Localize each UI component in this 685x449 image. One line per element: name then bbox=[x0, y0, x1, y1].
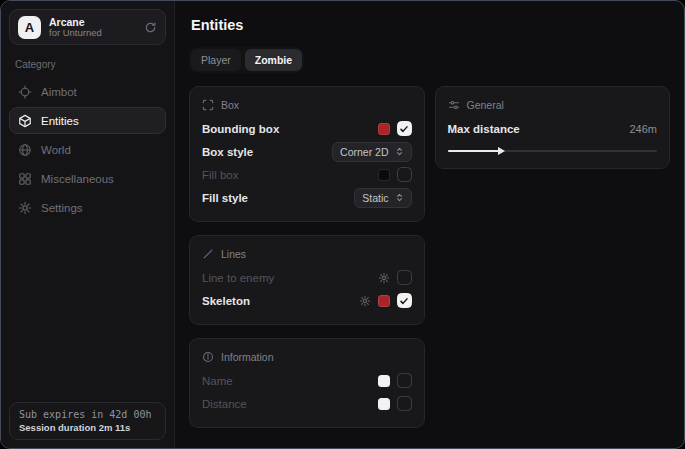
information-section: Information Name Distance bbox=[189, 338, 425, 428]
max-distance-slider[interactable] bbox=[448, 146, 658, 156]
row-controls bbox=[378, 121, 412, 136]
diagonal-line-icon bbox=[202, 248, 214, 260]
sidebar-item-label: World bbox=[41, 144, 71, 156]
general-section: General Max distance 246m bbox=[435, 86, 671, 169]
sidebar-item-label: Settings bbox=[41, 202, 83, 214]
gear-icon[interactable] bbox=[359, 295, 371, 307]
gear-icon[interactable] bbox=[378, 272, 390, 284]
color-swatch[interactable] bbox=[378, 375, 390, 387]
color-swatch[interactable] bbox=[378, 295, 390, 307]
lines-section-header: Lines bbox=[202, 248, 412, 260]
settings-columns: Box Bounding box Box style bbox=[189, 86, 670, 428]
sidebar-item-world[interactable]: World bbox=[9, 136, 166, 163]
app-logo: A bbox=[18, 16, 41, 39]
general-section-title: General bbox=[467, 99, 504, 111]
lines-section: Lines Line to enemy bbox=[189, 235, 425, 325]
app-logo-card: A Arcane for Unturned bbox=[9, 9, 166, 45]
info-circle-icon bbox=[202, 351, 214, 363]
box-style-dropdown[interactable]: Corner 2D bbox=[332, 142, 411, 162]
right-column: General Max distance 246m bbox=[435, 86, 671, 169]
setting-label: Name bbox=[202, 375, 233, 387]
sub-expires-text: Sub expires in 42d 00h bbox=[19, 409, 156, 420]
setting-row-distance: Distance bbox=[202, 392, 412, 415]
left-column: Box Bounding box Box style bbox=[189, 86, 425, 428]
setting-label: Fill style bbox=[202, 192, 248, 204]
setting-label: Bounding box bbox=[202, 123, 279, 135]
sidebar-item-label: Miscellaneous bbox=[41, 173, 114, 185]
skeleton-checkbox[interactable] bbox=[397, 293, 412, 308]
sliders-icon bbox=[448, 99, 460, 111]
sidebar-menu: Aimbot Entities World bbox=[9, 78, 166, 221]
setting-label: Distance bbox=[202, 398, 247, 410]
gear-icon bbox=[18, 201, 32, 215]
app-name: Arcane bbox=[49, 16, 136, 28]
distance-checkbox[interactable] bbox=[397, 396, 412, 411]
entity-tabs: Player Zombie bbox=[189, 47, 304, 73]
slider-track[interactable] bbox=[448, 150, 658, 152]
crosshair-icon bbox=[18, 85, 32, 99]
slider-fill bbox=[448, 150, 500, 152]
slider-thumb[interactable] bbox=[498, 147, 505, 155]
sidebar-item-settings[interactable]: Settings bbox=[9, 194, 166, 221]
dropdown-value: Corner 2D bbox=[340, 146, 388, 158]
fill-style-dropdown[interactable]: Static bbox=[354, 188, 411, 208]
information-section-header: Information bbox=[202, 351, 412, 363]
information-section-title: Information bbox=[221, 351, 274, 363]
page-title: Entities bbox=[191, 17, 670, 33]
setting-label: Fill box bbox=[202, 169, 238, 181]
setting-row-max-distance: Max distance 246m bbox=[448, 117, 658, 140]
color-swatch[interactable] bbox=[378, 169, 390, 181]
subscription-status-card: Sub expires in 42d 00h Session duration … bbox=[9, 402, 166, 440]
row-controls bbox=[378, 396, 412, 411]
bounding-box-checkbox[interactable] bbox=[397, 121, 412, 136]
setting-row-name: Name bbox=[202, 369, 412, 392]
sidebar-item-aimbot[interactable]: Aimbot bbox=[9, 78, 166, 105]
fill-box-checkbox[interactable] bbox=[397, 167, 412, 182]
sidebar-item-label: Entities bbox=[41, 115, 79, 127]
max-distance-value: 246m bbox=[629, 123, 657, 135]
tab-zombie[interactable]: Zombie bbox=[245, 49, 302, 71]
scan-corners-icon bbox=[202, 99, 214, 111]
session-duration-text: Session duration 2m 11s bbox=[19, 422, 156, 433]
row-controls bbox=[378, 167, 412, 182]
app-title-block: Arcane for Unturned bbox=[49, 16, 136, 39]
row-controls bbox=[378, 270, 412, 285]
app-logo-letter: A bbox=[25, 20, 34, 35]
setting-row-skeleton: Skeleton bbox=[202, 289, 412, 312]
color-swatch[interactable] bbox=[378, 123, 390, 135]
dropdown-value: Static bbox=[362, 192, 388, 204]
app-subtitle: for Unturned bbox=[49, 28, 136, 39]
tab-player[interactable]: Player bbox=[191, 49, 241, 71]
sidebar-item-entities[interactable]: Entities bbox=[9, 107, 166, 134]
box-section: Box Bounding box Box style bbox=[189, 86, 425, 222]
row-controls bbox=[359, 293, 412, 308]
setting-label: Line to enemy bbox=[202, 272, 274, 284]
general-section-header: General bbox=[448, 99, 658, 111]
setting-row-fill-box: Fill box bbox=[202, 163, 412, 186]
cube-icon bbox=[18, 114, 32, 128]
setting-label: Skeleton bbox=[202, 295, 250, 307]
setting-row-bounding-box: Bounding box bbox=[202, 117, 412, 140]
name-checkbox[interactable] bbox=[397, 373, 412, 388]
chevron-up-down-icon bbox=[395, 193, 404, 202]
sidebar: A Arcane for Unturned Category Aimbo bbox=[1, 1, 175, 448]
box-section-title: Box bbox=[221, 99, 239, 111]
grid-icon bbox=[18, 172, 32, 186]
line-to-enemy-checkbox[interactable] bbox=[397, 270, 412, 285]
setting-label: Max distance bbox=[448, 123, 520, 135]
main-content: Entities Player Zombie Box bbox=[175, 1, 684, 448]
sidebar-item-miscellaneous[interactable]: Miscellaneous bbox=[9, 165, 166, 192]
globe-icon bbox=[18, 143, 32, 157]
app-window: A Arcane for Unturned Category Aimbo bbox=[0, 0, 685, 449]
setting-row-fill-style: Fill style Static bbox=[202, 186, 412, 209]
sidebar-item-label: Aimbot bbox=[41, 86, 77, 98]
setting-label: Box style bbox=[202, 146, 253, 158]
sidebar-spacer bbox=[9, 221, 166, 402]
refresh-icon[interactable] bbox=[144, 21, 157, 34]
setting-row-box-style: Box style Corner 2D bbox=[202, 140, 412, 163]
category-label: Category bbox=[15, 59, 160, 70]
box-section-header: Box bbox=[202, 99, 412, 111]
lines-section-title: Lines bbox=[221, 248, 246, 260]
color-swatch[interactable] bbox=[378, 398, 390, 410]
row-controls bbox=[378, 373, 412, 388]
